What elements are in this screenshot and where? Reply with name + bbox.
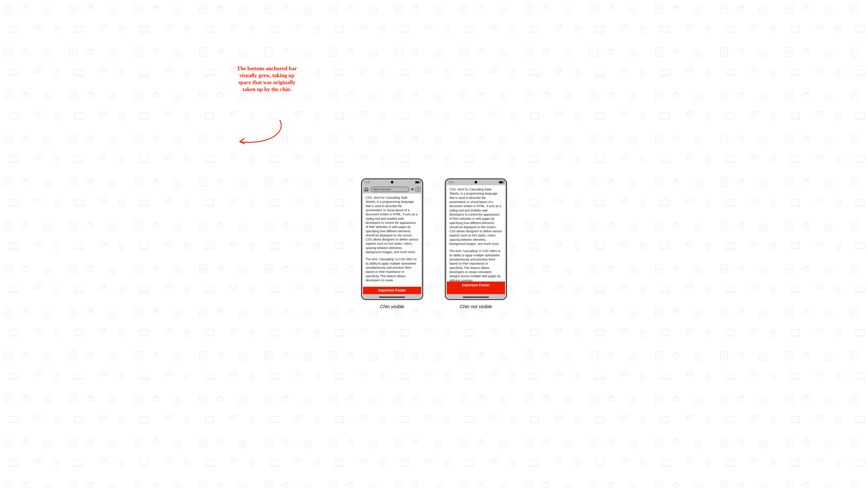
battery-icon bbox=[415, 181, 420, 184]
footer-label: Important Footer bbox=[462, 283, 490, 287]
browser-toolbar: https://web.dev/ + 5 bbox=[362, 185, 423, 193]
phone-column-right: 11:45 CSS, short for Cascading Style She… bbox=[445, 178, 507, 310]
new-tab-icon[interactable]: + bbox=[411, 187, 414, 192]
paragraph-1: CSS, short for Cascading Style Sheets, i… bbox=[450, 187, 502, 246]
anchored-footer[interactable]: Important Footer bbox=[363, 287, 421, 294]
anchored-footer[interactable]: Important Footer bbox=[447, 282, 505, 294]
paragraph-2: The term "cascading" in CSS refers to it… bbox=[450, 249, 502, 282]
status-bar: 11:45 bbox=[445, 179, 506, 185]
page-content: CSS, short for Cascading Style Sheets, i… bbox=[363, 193, 421, 287]
caption-right: Chin not visible bbox=[460, 304, 492, 310]
status-time: 11:45 bbox=[364, 181, 370, 184]
phone-mock-right: 11:45 CSS, short for Cascading Style She… bbox=[445, 178, 507, 300]
status-time: 11:45 bbox=[448, 181, 454, 184]
page-viewport: CSS, short for Cascading Style Sheets, i… bbox=[447, 185, 505, 294]
tab-count-button[interactable]: 5 bbox=[415, 187, 420, 192]
home-indicator-icon bbox=[379, 297, 405, 298]
footer-label: Important Footer bbox=[378, 289, 406, 292]
paragraph-2: The term "cascading" in CSS refers to it… bbox=[366, 257, 418, 282]
battery-icon bbox=[499, 181, 504, 184]
home-indicator-icon bbox=[463, 297, 489, 298]
home-icon[interactable] bbox=[364, 187, 369, 192]
caption-left: Chin visible bbox=[380, 304, 404, 310]
phone-mock-left: 11:45 https://web.dev/ + 5 CSS, short fo… bbox=[361, 178, 423, 300]
paragraph-1: CSS, short for Cascading Style Sheets, i… bbox=[366, 196, 418, 254]
diagram-stage: 11:45 https://web.dev/ + 5 CSS, short fo… bbox=[0, 0, 868, 488]
phone-column-left: 11:45 https://web.dev/ + 5 CSS, short fo… bbox=[361, 178, 423, 310]
camera-dot-icon bbox=[474, 181, 477, 184]
url-text: https://web.dev/ bbox=[373, 188, 391, 191]
page-content: CSS, short for Cascading Style Sheets, i… bbox=[447, 185, 505, 282]
camera-dot-icon bbox=[391, 181, 394, 184]
page-viewport: CSS, short for Cascading Style Sheets, i… bbox=[363, 193, 421, 294]
status-bar: 11:45 bbox=[362, 179, 423, 185]
url-bar[interactable]: https://web.dev/ bbox=[370, 187, 409, 192]
